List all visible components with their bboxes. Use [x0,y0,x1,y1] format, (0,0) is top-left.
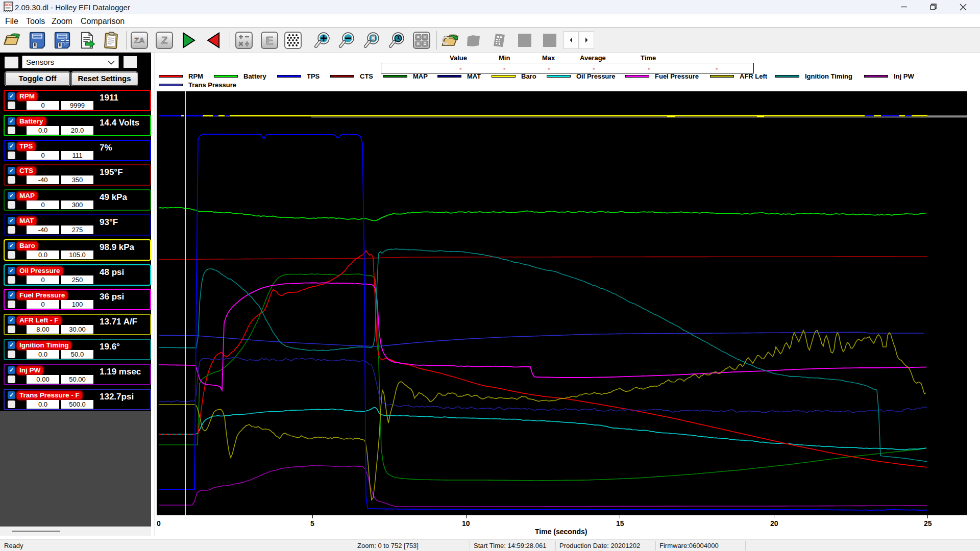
svg-text:E: E [266,34,274,47]
svg-text:ZA: ZA [134,36,144,44]
svg-text:DOC: DOC [5,3,12,7]
svg-text:Z: Z [161,35,167,46]
